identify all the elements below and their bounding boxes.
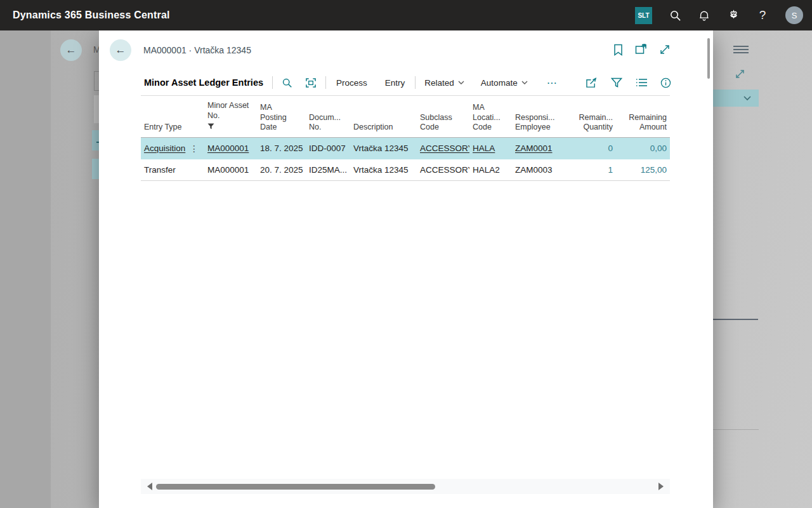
ma-location-code-cell[interactable]: HALA2 bbox=[469, 165, 512, 175]
share-icon[interactable] bbox=[586, 77, 598, 88]
back-button[interactable]: ← bbox=[110, 39, 131, 61]
menu-related[interactable]: Related bbox=[424, 78, 464, 88]
notifications-bell-icon[interactable] bbox=[698, 9, 710, 22]
topbar-actions: SLT ? S bbox=[635, 0, 807, 30]
back-arrow-icon: ← bbox=[66, 44, 77, 57]
remaining-amount-cell[interactable]: 125,00 bbox=[616, 165, 670, 175]
row-menu-icon[interactable]: ⋮ bbox=[187, 144, 201, 154]
page-title-breadcrumb[interactable]: MA000001 · Vrtačka 12345 bbox=[143, 45, 251, 55]
divider bbox=[272, 76, 273, 89]
list-view-icon[interactable] bbox=[636, 78, 647, 87]
divider bbox=[325, 76, 326, 89]
horizontal-scrollbar[interactable] bbox=[141, 479, 670, 494]
list-part-title: Minor Asset Ledger Entries bbox=[144, 77, 263, 88]
open-in-new-window-icon[interactable] bbox=[635, 44, 647, 58]
environment-badge[interactable]: SLT bbox=[635, 7, 652, 24]
ma-location-code-link[interactable]: HALA bbox=[473, 144, 495, 153]
chevron-down-icon bbox=[521, 81, 528, 85]
description-cell[interactable]: Vrtačka 12345 bbox=[350, 144, 417, 153]
column-header-document-no[interactable]: Docum... No. bbox=[306, 110, 350, 137]
scrollbar-thumb[interactable] bbox=[156, 484, 435, 490]
remaining-amount-cell[interactable]: 0,00 bbox=[616, 144, 670, 153]
column-header-description[interactable]: Description bbox=[350, 120, 417, 137]
background-factbox-header bbox=[712, 90, 759, 107]
document-no-cell[interactable]: IDD-0007 bbox=[306, 144, 350, 153]
column-header-ma-posting-date[interactable]: MA Posting Date bbox=[257, 100, 306, 137]
menu-process[interactable]: Process bbox=[335, 76, 369, 90]
more-options-icon[interactable]: ⋯ bbox=[547, 77, 558, 89]
help-icon[interactable]: ? bbox=[756, 9, 769, 22]
hamburger-menu-icon bbox=[733, 46, 749, 53]
background-back-button: ← bbox=[60, 39, 82, 61]
menu-entry[interactable]: Entry bbox=[384, 76, 407, 90]
minor-asset-card-page: ← MA000001 · Vrtačka 12345 Minor Asset L… bbox=[99, 30, 713, 508]
app-title[interactable]: Dynamics 365 Business Central bbox=[13, 10, 170, 21]
app-header: Dynamics 365 Business Central SLT ? S bbox=[0, 0, 812, 30]
divider bbox=[415, 76, 416, 89]
column-header-remaining-amount[interactable]: Remaining Amount bbox=[616, 110, 670, 137]
remaining-quantity-cell[interactable]: 0 bbox=[568, 144, 616, 153]
background-nav-strip bbox=[0, 30, 51, 508]
table-header-row: Entry Type Minor Asset No. MA Posting Da… bbox=[141, 96, 670, 138]
scroll-left-icon[interactable] bbox=[147, 483, 152, 490]
menu-automate[interactable]: Automate bbox=[481, 78, 528, 88]
description-cell[interactable]: Vrtačka 12345 bbox=[350, 165, 417, 175]
entry-type-link[interactable]: Acquisition bbox=[144, 144, 185, 153]
subclass-code-cell[interactable]: ACCESSORY bbox=[417, 165, 469, 175]
column-filter-icon bbox=[207, 123, 254, 133]
toolbar-right-icons bbox=[586, 77, 671, 88]
minor-asset-no-link[interactable]: MA000001 bbox=[207, 144, 249, 153]
table-row[interactable]: Transfer MA000001 20. 7. 2025 ID25MA... … bbox=[141, 159, 670, 181]
expand-page-icon[interactable] bbox=[659, 44, 671, 58]
info-icon[interactable] bbox=[660, 77, 671, 88]
page-header-icons bbox=[613, 44, 671, 58]
background-divider bbox=[713, 429, 759, 430]
search-icon[interactable] bbox=[669, 9, 681, 22]
entry-type-cell[interactable]: Transfer bbox=[144, 165, 176, 175]
bookmark-icon[interactable] bbox=[613, 44, 623, 58]
vertical-scrollbar-thumb[interactable] bbox=[707, 38, 710, 79]
column-header-responsible-employee[interactable]: Responsi... Employee bbox=[512, 110, 568, 137]
responsible-employee-cell[interactable]: ZAM0003 bbox=[512, 165, 568, 175]
subclass-code-link[interactable]: ACCESSORY bbox=[420, 144, 469, 153]
avatar[interactable]: S bbox=[785, 6, 803, 24]
minor-asset-no-cell[interactable]: MA000001 bbox=[204, 165, 257, 175]
ledger-entries-table: Entry Type Minor Asset No. MA Posting Da… bbox=[141, 95, 670, 181]
column-header-entry-type[interactable]: Entry Type bbox=[141, 120, 204, 137]
back-arrow-icon: ← bbox=[115, 44, 126, 57]
chevron-down-icon bbox=[458, 81, 464, 85]
expand-arrows-icon bbox=[735, 69, 745, 82]
responsible-employee-link[interactable]: ZAM0001 bbox=[515, 144, 553, 153]
document-no-cell[interactable]: ID25MA... bbox=[306, 165, 350, 175]
analyze-icon[interactable] bbox=[305, 77, 317, 88]
search-list-icon[interactable] bbox=[282, 77, 292, 88]
remaining-quantity-cell[interactable]: 1 bbox=[568, 165, 616, 175]
filter-icon[interactable] bbox=[611, 77, 622, 88]
table-row[interactable]: Acquisition ⋮ MA000001 18. 7. 2025 IDD-0… bbox=[141, 138, 670, 159]
ma-posting-date-cell[interactable]: 18. 7. 2025 bbox=[257, 144, 306, 153]
column-header-remaining-quantity[interactable]: Remain... Quantity bbox=[568, 110, 616, 137]
settings-gear-icon[interactable] bbox=[727, 9, 740, 22]
column-header-minor-asset-no[interactable]: Minor Asset No. bbox=[204, 98, 257, 137]
column-header-ma-location-code[interactable]: MA Locati... Code bbox=[469, 100, 512, 137]
ma-posting-date-cell[interactable]: 20. 7. 2025 bbox=[257, 165, 306, 175]
action-toolbar: Minor Asset Ledger Entries Process Entry… bbox=[144, 70, 671, 95]
scroll-right-icon[interactable] bbox=[658, 483, 664, 490]
column-header-subclass-code[interactable]: Subclass Code bbox=[417, 110, 469, 137]
background-divider bbox=[712, 319, 758, 320]
